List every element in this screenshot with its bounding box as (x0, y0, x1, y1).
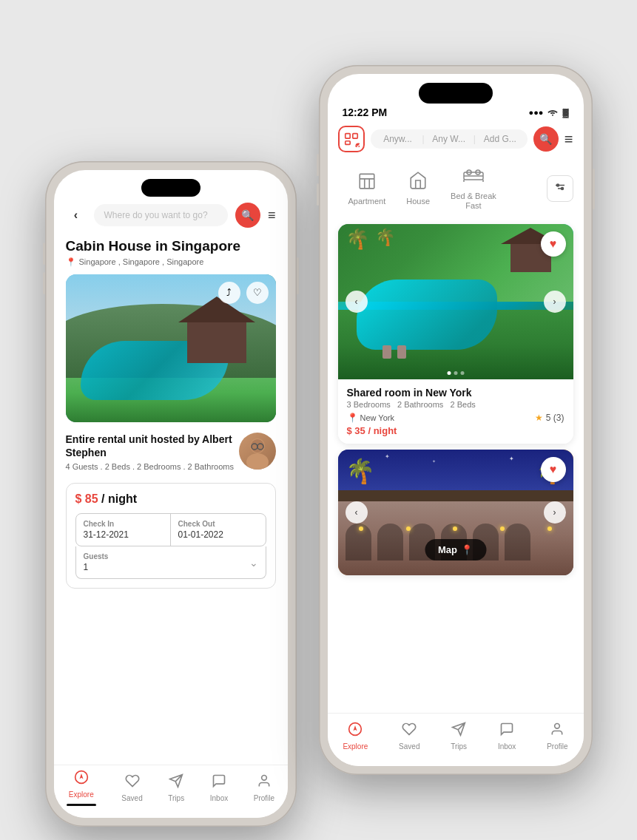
property-image: ⤴ ♡ (66, 274, 276, 422)
tab-bed-breakfast[interactable]: Bed & Break Fast (440, 161, 507, 215)
heart-filled-icon-2: ♥ (550, 463, 557, 476)
status-bar: 12:22 PM ●●● ▓ (328, 104, 584, 121)
card-specs-1: 3 Bedrooms 2 Bathrooms 2 Beds (347, 400, 564, 409)
inbox-icon-2 (499, 722, 514, 740)
inbox-label-1: Inbox (210, 794, 228, 802)
svg-point-25 (556, 184, 559, 186)
saved-label-1: Saved (121, 794, 142, 802)
dynamic-island-1 (141, 179, 200, 197)
favorite-button-1[interactable]: ♡ (246, 282, 269, 304)
menu-button-1[interactable]: ≡ (268, 208, 276, 223)
map-text: Map (438, 544, 457, 555)
bathrooms-text: 2 Bathrooms (397, 400, 443, 409)
light-1 (359, 526, 363, 531)
card-image-2: ✦ ✦ ✦ (338, 450, 573, 575)
app-logo (338, 126, 365, 152)
saved-icon-2 (402, 722, 417, 740)
svg-rect-11 (345, 134, 349, 138)
nav-trips-1[interactable]: Trips (168, 773, 184, 802)
explore-label-2: Explore (343, 742, 368, 751)
add-guests-text: Add G... (480, 134, 520, 144)
chair-2 (397, 345, 406, 359)
search-button-2[interactable]: 🔍 (533, 126, 559, 152)
star-decor-2: ✦ (432, 458, 436, 464)
svg-point-29 (555, 724, 560, 729)
nav-inbox-2[interactable]: Inbox (498, 722, 516, 751)
menu-button-2[interactable]: ≡ (564, 131, 573, 148)
search-bar-1: ‹ Where do you want to go? 🔍 ≡ (54, 197, 288, 234)
nav-profile-2[interactable]: Profile (547, 722, 567, 751)
nav-saved-1[interactable]: Saved (121, 773, 142, 802)
svg-point-9 (262, 776, 267, 781)
tree-1: 🌴 (346, 228, 369, 251)
villa-lights (338, 526, 573, 531)
beds-text: 2 Beds (451, 400, 476, 409)
search-button-1[interactable]: 🔍 (235, 203, 260, 228)
saved-icon-1 (125, 773, 140, 792)
nav-underline (67, 804, 96, 806)
any-week-text: Any W... (429, 134, 469, 144)
nav-saved-2[interactable]: Saved (399, 722, 419, 751)
dynamic-island-2 (419, 83, 493, 104)
listing-header: Cabin House in Singapore 📍 Singapore , S… (54, 234, 288, 270)
search-pill[interactable]: Anyw... | Any W... | Add G... (371, 129, 528, 149)
location-value-1: New York (360, 413, 394, 422)
check-out-cell[interactable]: Check Out 01-01-2022 (171, 514, 266, 546)
check-in-label: Check In (84, 520, 163, 528)
check-in-cell[interactable]: Check In 31-12-2021 (76, 514, 171, 546)
nav-explore-1[interactable]: Explore (67, 770, 96, 806)
location-text: Singapore , Singapore , Singapore (79, 257, 204, 266)
review-count: 3 (556, 413, 562, 423)
tab-apartment[interactable]: Apartment (338, 166, 397, 210)
anywhere-text: Anyw... (378, 134, 418, 144)
svg-point-1 (246, 453, 269, 470)
nav-explore-2[interactable]: Explore (343, 722, 368, 751)
phone-2-screen: 12:22 PM ●●● ▓ Anyw... (328, 74, 584, 766)
inbox-icon-1 (212, 773, 226, 792)
carousel-next-2[interactable]: › (544, 501, 566, 524)
side-button-power-2 (593, 169, 595, 209)
side-button-vol-up (43, 243, 45, 265)
back-button[interactable]: ‹ (66, 205, 87, 226)
check-in-date: 31-12-2021 (84, 529, 163, 540)
nav-trips-2[interactable]: Trips (451, 722, 467, 751)
location-pin-2: 📍 (347, 413, 358, 423)
light-2 (406, 526, 411, 531)
nav-inbox-1[interactable]: Inbox (210, 773, 228, 802)
favorite-button-card-1[interactable]: ♥ (541, 231, 566, 257)
carousel-prev-1[interactable]: ‹ (346, 291, 368, 313)
guests-label: Guests (84, 552, 109, 560)
search-input-1[interactable]: Where do you want to go? (94, 204, 228, 226)
light-3 (453, 526, 457, 531)
map-button[interactable]: Map 📍 (425, 539, 486, 560)
listing-card-1: 🌴 🌴 ♥ ‹ › Shared room in New York (338, 224, 573, 444)
check-out-label: Check Out (178, 520, 258, 528)
favorite-button-card-2[interactable]: ♥ (541, 457, 566, 482)
bb-label-2: Fast (451, 201, 496, 211)
tab-house[interactable]: House (396, 166, 440, 210)
status-time: 12:22 PM (343, 106, 388, 118)
filter-button[interactable] (547, 175, 573, 202)
bedrooms-text: 3 Bedrooms (347, 400, 391, 409)
dot-active (447, 371, 451, 375)
signal-icon: ●●● (529, 108, 544, 117)
search-placeholder: Where do you want to go? (104, 210, 208, 220)
explore-label-1: Explore (69, 790, 94, 799)
carousel-dots-1 (447, 371, 464, 375)
booking-box: $ 85 / night Check In 31-12-2021 Check O… (66, 483, 276, 589)
nav-profile-1[interactable]: Profile (254, 773, 274, 802)
carousel-next-1[interactable]: › (544, 291, 566, 313)
side-button-vol-down-2 (317, 183, 319, 206)
location-pin-icon: 📍 (66, 257, 76, 267)
card-meta-1: 📍 New York ★ 5 (3) (347, 413, 564, 423)
guests-cell[interactable]: Guests 1 ⌄ (75, 546, 266, 579)
cabin-building (187, 319, 246, 363)
pool-water (357, 280, 497, 350)
share-button[interactable]: ⤴ (218, 282, 240, 304)
listing-card-2: ✦ ✦ ✦ (338, 450, 573, 575)
carousel-prev-2[interactable]: ‹ (346, 501, 368, 524)
host-section: Entire rental unit hosted by Albert Step… (54, 427, 288, 477)
profile-icon-2 (550, 722, 564, 740)
host-details: 4 Guests . 2 Beds . 2 Bedrooms . 2 Bathr… (66, 462, 239, 471)
chair-1 (382, 345, 391, 359)
